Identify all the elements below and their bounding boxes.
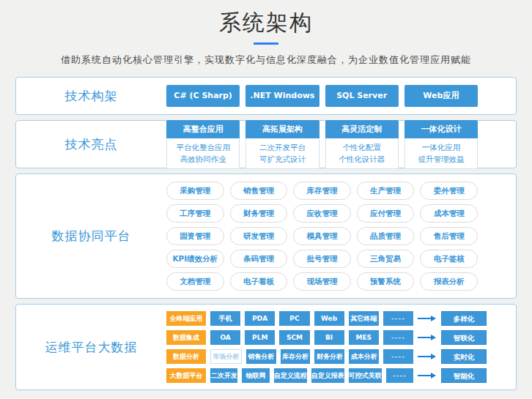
highlight-card-title: 高整合应用 (166, 120, 240, 138)
item-chip[interactable]: 库存分析 (281, 349, 311, 364)
highlight-card-title: 一体化设计 (404, 120, 478, 138)
item-chip[interactable]: 财务分析 (314, 349, 344, 364)
item-chip[interactable]: 市场分析 (210, 349, 242, 364)
item-chip[interactable]: Web (314, 311, 344, 326)
item-chip[interactable]: ---- (383, 330, 413, 345)
module-chip[interactable]: 三角贸易 (357, 250, 415, 268)
item-chip[interactable]: 手机 (210, 311, 240, 326)
item-chip[interactable]: BI (314, 330, 344, 345)
result-chip[interactable]: 智能化 (441, 368, 487, 383)
highlight-card: 一体化设计一体化应用提升管理效益 (404, 120, 478, 169)
item-chip[interactable]: 自定义流程 (274, 368, 307, 383)
section-data-platform-label: 数据协同平台 (16, 228, 166, 245)
arrow-head (431, 316, 436, 321)
result-chip[interactable]: 智联化 (441, 330, 487, 345)
category-chip: 大数据平台 (166, 368, 206, 383)
item-chip[interactable]: PDA (245, 311, 275, 326)
section-tech-stack-label: 技术构架 (16, 88, 166, 105)
module-chip[interactable]: 应付管理 (357, 204, 415, 223)
highlight-card-title: 高灵活定制 (325, 120, 399, 138)
ops-row: 数据集成OAPLMSCMBIMES----智联化 (166, 330, 487, 345)
item-chip[interactable]: PLM (245, 330, 275, 345)
highlight-card-line: 个性化配置 (326, 141, 398, 153)
item-chip[interactable]: SCM (279, 330, 309, 345)
module-chip[interactable]: 采购管理 (166, 182, 224, 200)
item-chip[interactable]: 成本分析 (349, 349, 379, 364)
item-chip[interactable]: PC (279, 311, 309, 326)
highlight-card-line: 高效协同作业 (167, 153, 239, 165)
module-chip[interactable]: 工序管理 (166, 204, 224, 223)
item-chip[interactable]: 自定义报表 (311, 368, 344, 383)
highlight-card-line: 二次开发平台 (246, 141, 318, 153)
module-chip[interactable]: 条码管理 (230, 250, 288, 268)
ops-row: 大数据平台二次开发物联网自定义流程自定义报表可控式关联----智能化 (166, 368, 487, 383)
arrow-shaft (418, 375, 431, 376)
highlight-card-body: 二次开发平台可扩充式设计 (245, 138, 319, 169)
section-highlights: 技术亮点 高整合应用平台化整合应用高效协同作业高拓展架构二次开发平台可扩充式设计… (15, 120, 517, 168)
section-tech-stack: 技术构架 C# (C Sharp).NET WindowsSQL ServerW… (15, 77, 517, 115)
module-chip[interactable]: 报表分析 (420, 272, 478, 291)
highlight-card-body: 平台化整合应用高效协同作业 (166, 138, 240, 169)
category-chip: 数据分析 (166, 349, 206, 364)
module-chip[interactable]: 固资管理 (166, 227, 224, 245)
module-chip[interactable]: 委外管理 (420, 182, 478, 200)
module-chip[interactable]: 电子签核 (420, 250, 478, 268)
highlight-card-line: 平台化整合应用 (167, 141, 239, 153)
tech-stack-button[interactable]: .NET Windows (245, 85, 319, 107)
item-chip[interactable]: ---- (383, 349, 413, 364)
category-chip: 全终端应用 (166, 311, 206, 326)
ops-row: 数据分析市场分析销售分析库存分析财务分析成本分析----实时化 (166, 349, 487, 364)
category-chip: 数据集成 (166, 330, 206, 345)
arrow-right-icon (418, 316, 437, 321)
module-chip[interactable]: 批号管理 (293, 250, 351, 268)
highlight-card-body: 一体化应用提升管理效益 (404, 138, 478, 169)
result-chip[interactable]: 多样化 (441, 311, 487, 326)
module-chip[interactable]: 售后管理 (420, 227, 478, 245)
item-chip[interactable]: OA (210, 330, 240, 345)
module-chip[interactable]: 销售管理 (230, 182, 288, 200)
module-chip[interactable]: 品质管理 (357, 227, 415, 245)
highlight-card-line: 一体化应用 (405, 141, 477, 153)
arrow-shaft (418, 337, 431, 338)
arrow-head (431, 373, 436, 379)
module-row: 采购管理销售管理库存管理生产管理委外管理 (166, 182, 478, 200)
module-chip[interactable]: 现场管理 (293, 272, 351, 291)
tech-stack-button[interactable]: SQL Server (325, 85, 399, 107)
module-chip[interactable]: 生产管理 (357, 182, 415, 200)
arrow-right-icon (418, 354, 437, 359)
item-chip[interactable]: 物联网 (242, 368, 269, 383)
ops-row: 全终端应用手机PDAPCWeb其它终端----多样化 (166, 311, 487, 326)
module-row: KPI绩效分析条码管理批号管理三角贸易电子签核 (166, 250, 478, 268)
module-row: 文档管理电子看板现场管理预警系统报表分析 (166, 272, 478, 291)
highlight-card-body: 个性化配置个性化设计器 (325, 138, 399, 169)
item-chip[interactable]: MES (349, 330, 379, 345)
item-chip[interactable]: 可控式关联 (349, 368, 382, 383)
page-title: 系统架构 (0, 9, 532, 37)
arrow-right-icon (418, 335, 437, 340)
module-chip[interactable]: 研发管理 (230, 227, 288, 245)
item-chip[interactable]: ---- (386, 368, 413, 383)
tech-stack-button[interactable]: C# (C Sharp) (166, 85, 240, 107)
module-chip[interactable]: 库存管理 (293, 182, 351, 200)
module-chip[interactable]: KPI绩效分析 (166, 250, 224, 268)
module-grid: 采购管理销售管理库存管理生产管理委外管理工序管理财务管理应收管理应付管理成本管理… (166, 182, 516, 291)
module-chip[interactable]: 应收管理 (293, 204, 351, 223)
item-chip[interactable]: 其它终端 (349, 311, 379, 326)
section-ops-bigdata: 运维平台大数据 全终端应用手机PDAPCWeb其它终端----多样化数据集成OA… (15, 304, 517, 390)
tech-stack-button[interactable]: Web应用 (404, 85, 478, 107)
item-chip[interactable]: 销售分析 (246, 349, 276, 364)
highlight-cards: 高整合应用平台化整合应用高效协同作业高拓展架构二次开发平台可扩充式设计高灵活定制… (166, 120, 516, 169)
section-highlights-label: 技术亮点 (16, 136, 166, 153)
item-chip[interactable]: ---- (383, 311, 413, 326)
module-chip[interactable]: 模具管理 (293, 227, 351, 245)
module-chip[interactable]: 成本管理 (420, 204, 478, 223)
arrow-shaft (418, 318, 431, 319)
arrow-head (431, 335, 436, 340)
module-chip[interactable]: 文档管理 (166, 272, 224, 291)
module-row: 固资管理研发管理模具管理品质管理售后管理 (166, 227, 478, 245)
module-chip[interactable]: 财务管理 (230, 204, 288, 223)
module-chip[interactable]: 电子看板 (230, 272, 288, 291)
item-chip[interactable]: 二次开发 (210, 368, 237, 383)
result-chip[interactable]: 实时化 (441, 349, 487, 364)
module-chip[interactable]: 预警系统 (357, 272, 415, 291)
